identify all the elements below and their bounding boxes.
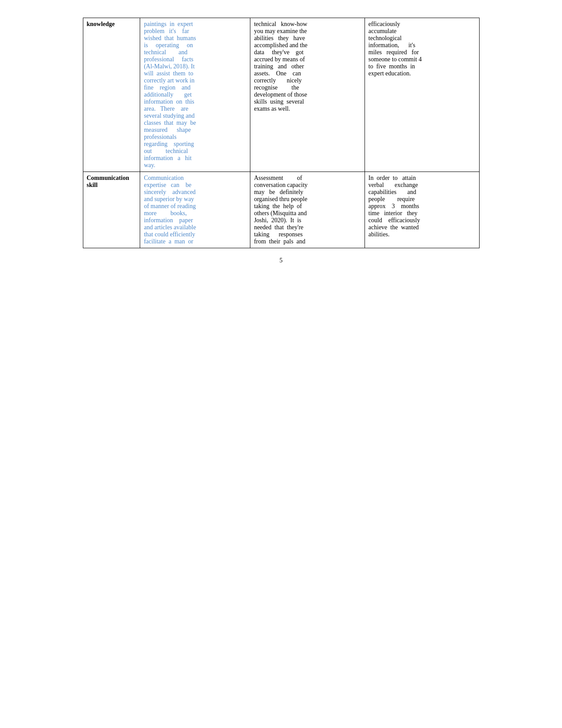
- cell-knowledge-col3: technical know-how you may examine the a…: [250, 18, 365, 172]
- cell-communication-col2: Communication expertise can be sincerely…: [140, 172, 250, 248]
- cell-communication-col3: Assessment of conversation capacity may …: [250, 172, 365, 248]
- communication-col2-text: Communication expertise can be sincerely…: [144, 175, 196, 245]
- communication-label-line1: Communication: [87, 175, 129, 181]
- page-content: knowledge paintings in expert problem it…: [83, 18, 480, 264]
- knowledge-col2-text: paintings in expert problem it's far wis…: [144, 21, 196, 168]
- communication-col3-text: Assessment of conversation capacity may …: [254, 175, 308, 245]
- cell-communication-label: Communication skill: [83, 172, 140, 248]
- communication-label-line2: skill: [87, 182, 98, 188]
- table-row-communication: Communication skill Communication expert…: [83, 172, 479, 248]
- page-number: 5: [83, 257, 480, 264]
- knowledge-col3-text: technical know-how you may examine the a…: [254, 21, 307, 112]
- cell-knowledge-label: knowledge: [83, 18, 140, 172]
- knowledge-col4-text: efficaciously accumulate technological i…: [368, 21, 422, 77]
- cell-communication-col4: In order to attain verbal exchange capab…: [365, 172, 479, 248]
- communication-col4-text: In order to attain verbal exchange capab…: [368, 175, 420, 238]
- cell-knowledge-col2: paintings in expert problem it's far wis…: [140, 18, 250, 172]
- table-row-knowledge: knowledge paintings in expert problem it…: [83, 18, 479, 172]
- main-table: knowledge paintings in expert problem it…: [83, 18, 480, 248]
- cell-knowledge-col4: efficaciously accumulate technological i…: [365, 18, 479, 172]
